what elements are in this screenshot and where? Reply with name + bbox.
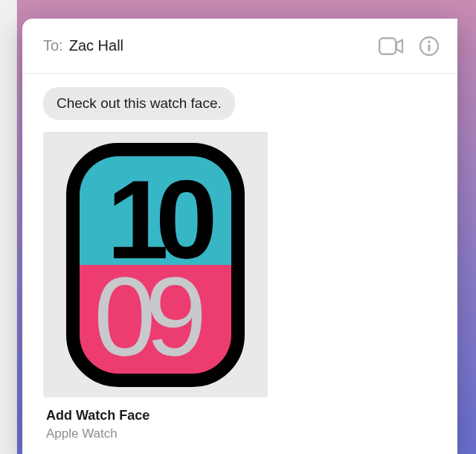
to-field[interactable]: To: Zac Hall (43, 37, 123, 54)
video-camera-icon (379, 37, 404, 55)
messages-window: To: Zac Hall Check out this watch face. (22, 19, 457, 454)
messages-area: Check out this watch face. 10 60 Add Wat… (22, 74, 457, 454)
incoming-message-bubble[interactable]: Check out this watch face. (43, 87, 235, 120)
svg-rect-3 (428, 44, 430, 51)
conversation-header: To: Zac Hall (22, 19, 457, 74)
details-info-button[interactable] (419, 36, 440, 57)
attachment-thumbnail: 10 60 (43, 132, 268, 397)
watch-face-icon: 10 60 (66, 143, 245, 387)
attachment-title: Add Watch Face (46, 408, 265, 423)
message-text: Check out this watch face. (57, 95, 222, 111)
attachment-subtitle: Apple Watch (46, 426, 265, 441)
sidebar-sliver (0, 0, 17, 454)
to-label: To: (43, 37, 63, 54)
to-recipient-name: Zac Hall (69, 37, 123, 54)
watchface-attachment[interactable]: 10 60 Add Watch Face Apple Watch (43, 132, 268, 441)
svg-rect-0 (379, 38, 396, 54)
watchface-bottom-digits: 60 (104, 260, 208, 372)
svg-point-2 (428, 40, 431, 43)
info-icon (419, 36, 440, 57)
facetime-video-button[interactable] (379, 37, 404, 55)
attachment-meta: Add Watch Face Apple Watch (43, 397, 268, 441)
